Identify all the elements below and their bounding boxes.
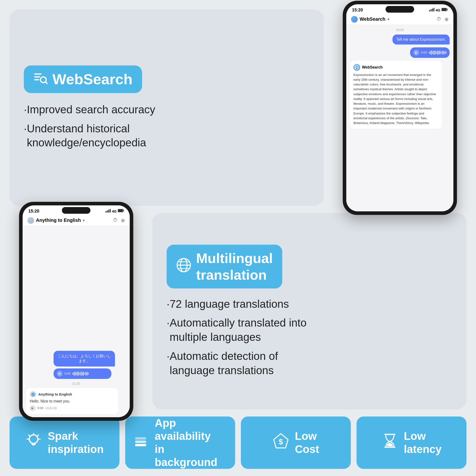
lightbulb-icon — [25, 432, 42, 453]
layers-icon — [132, 432, 149, 453]
svg-rect-10 — [442, 8, 446, 11]
phone2-translated-text: Hello. Nice to meet you. — [30, 399, 115, 403]
phone2-header: Anything to English ▾ ⏱ ⊕ — [23, 215, 130, 226]
svg-rect-38 — [135, 437, 146, 440]
footer-card-spark: Sparkinspiration — [10, 416, 119, 469]
phone2-incoming-avatar: 🌐 — [30, 391, 36, 398]
svg-rect-5 — [429, 10, 430, 11]
network-label: 4G — [436, 8, 440, 12]
phone2-voice-time: 0:03 — [65, 372, 70, 375]
phone1-response: WebSearch Expressionism is an art moveme… — [350, 61, 442, 129]
phone2-play-btn2[interactable]: ▶ — [30, 405, 35, 411]
signal-icon — [429, 8, 434, 12]
phone1-header-actions[interactable]: ⏱ ⊕ — [437, 17, 449, 22]
phone2-japanese-message: こんにちは。よろしくお願いします。 — [53, 351, 115, 367]
svg-rect-36 — [135, 444, 146, 446]
phone1-history-icon[interactable]: ⏱ — [437, 17, 441, 22]
phone1-waveform — [429, 50, 446, 55]
phone2-waveform — [72, 371, 88, 376]
phone2-incoming-header: 🌐 Anything to English — [30, 391, 115, 398]
footer: Sparkinspiration App availabilityin back… — [10, 416, 466, 469]
spark-label: Sparkinspiration — [48, 430, 103, 456]
phone1-play-btn[interactable]: ▶ — [413, 50, 419, 55]
phone1-response-avatar — [354, 64, 360, 71]
phone1-chat-area: 15:20 Tell me about Expressionism. ▶ 0:0… — [346, 25, 453, 211]
websearch-icon — [33, 71, 48, 88]
hourglass-icon — [381, 432, 398, 453]
phone2-voice-bubble: ▶ 0:03 — [53, 368, 111, 379]
phone2-network-label: 4G — [112, 209, 117, 213]
footer-card-cost: $ LowCost — [241, 416, 351, 469]
svg-line-4 — [46, 82, 47, 84]
multilingual-feature-2: ·Automatically translated into multiple … — [167, 316, 452, 344]
svg-rect-21 — [123, 210, 124, 211]
latency-label: Lowlatency — [404, 430, 442, 456]
websearch-badge-label: WebSearch — [52, 71, 133, 87]
top-section: WebSearch ·Improved search accuracy ·Und… — [10, 10, 466, 206]
cost-icon: $ — [272, 432, 289, 453]
phone2-translation-bubble: 🌐 Anything to English Hello. Nice to mee… — [26, 388, 118, 414]
phone2-audio-row: ▶ 0:00 — [30, 405, 115, 411]
phone2-dropdown-icon: ▾ — [83, 219, 85, 222]
phone2-time: 15:20 — [28, 209, 39, 214]
phone2-play-btn[interactable]: ▶ — [57, 371, 63, 376]
phone2-waveform2 — [45, 406, 57, 410]
phone2-signal-icon — [105, 209, 111, 214]
svg-text:$: $ — [279, 438, 283, 446]
phone1-user-message: Tell me about Expressionism. — [392, 34, 450, 45]
phone2-avatar — [27, 217, 34, 224]
svg-rect-7 — [432, 9, 433, 11]
phone1-response-header: WebSearch — [354, 64, 438, 71]
phone1-dropdown-icon: ▾ — [388, 17, 389, 21]
phone1-screen: 15:20 4G — [346, 4, 453, 211]
phone1-response-name: WebSearch — [362, 65, 383, 69]
svg-rect-17 — [108, 210, 109, 213]
footer-card-latency: Lowlatency — [357, 416, 466, 469]
phone2-app-name: Anything to English — [36, 218, 81, 223]
phone2-chat-area: こんにちは。よろしくお願いします。 ▶ 0:03 11:32 — [23, 226, 130, 417]
phone2-mockup: 15:20 4G — [19, 202, 133, 421]
multilingual-panel: Multilingualtranslation ·72 language tra… — [152, 213, 466, 409]
phone1-header-title: WebSearch ▾ — [351, 16, 389, 23]
svg-rect-6 — [430, 9, 431, 11]
multilingual-badge: Multilingualtranslation — [167, 245, 282, 288]
phone1-voice-time: 0:03 — [421, 51, 427, 54]
svg-text:🌐: 🌐 — [32, 392, 35, 396]
phone1-avatar — [351, 16, 358, 23]
multilingual-badge-label: Multilingualtranslation — [196, 250, 273, 283]
multilingual-features: ·72 language translations ·Automatically… — [167, 297, 452, 378]
svg-rect-20 — [118, 209, 123, 212]
phone1-panel: 15:20 4G — [333, 10, 466, 206]
phone2-header-title: Anything to English ▾ — [27, 217, 85, 224]
phone2-add-icon[interactable]: ⊕ — [121, 218, 125, 223]
phone1-time: 15:20 — [352, 8, 363, 13]
phone2-japanese-container: こんにちは。よろしくお願いします。 ▶ 0:03 — [53, 351, 126, 379]
svg-rect-16 — [107, 210, 108, 213]
svg-line-33 — [38, 435, 38, 436]
phone1-response-text: Expressionism is an art movement that em… — [354, 73, 438, 126]
phone1-notch — [386, 6, 414, 13]
battery-icon — [442, 8, 448, 12]
phone2-status-icons: 4G — [105, 209, 124, 214]
websearch-badge: WebSearch — [24, 66, 142, 93]
phone2-battery-icon — [118, 209, 124, 214]
phone2-header-actions[interactable]: ⏱ ⊕ — [113, 218, 125, 223]
cost-label: LowCost — [295, 430, 319, 456]
multilingual-feature-1: ·72 language translations — [167, 297, 452, 311]
phone2-panel: 15:20 4G — [10, 213, 143, 409]
phone1-add-icon[interactable]: ⊕ — [444, 17, 449, 22]
phone1-status-icons: 4G — [429, 8, 448, 12]
page: WebSearch ·Improved search accuracy ·Und… — [0, 0, 476, 476]
svg-rect-11 — [447, 9, 448, 10]
phone1-mockup: 15:20 4G — [343, 1, 457, 215]
phone2-history-icon[interactable]: ⏱ — [113, 218, 118, 223]
websearch-features: ·Improved search accuracy ·Understand hi… — [24, 102, 309, 150]
phone2-incoming-name: Anything to English — [38, 392, 72, 396]
background-app-label: App availabilityin background — [155, 416, 228, 469]
globe-icon — [176, 257, 191, 276]
phone1-header: WebSearch ▾ ⏱ ⊕ — [346, 14, 453, 25]
phone1-chat-time: 15:20 — [350, 28, 450, 32]
svg-rect-8 — [433, 8, 434, 11]
websearch-feature-2: ·Understand historical knowledge/encyclo… — [24, 122, 309, 150]
svg-rect-37 — [135, 441, 146, 443]
